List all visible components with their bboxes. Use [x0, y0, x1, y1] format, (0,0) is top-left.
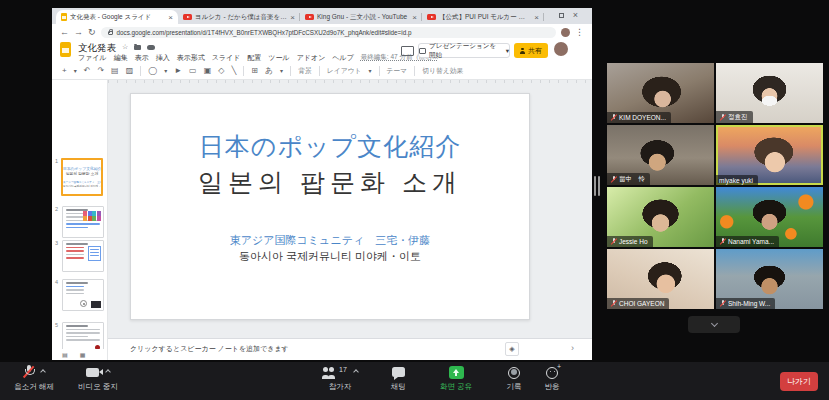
stop-video-button[interactable]: 비디오 중지 [66, 365, 130, 392]
layout-button[interactable]: レイアウト [327, 66, 362, 76]
tab-close-icon[interactable]: × [412, 13, 417, 22]
share-label: 共有 [528, 46, 542, 56]
back-icon[interactable]: ← [60, 27, 69, 37]
tab-title: ヨルシカ - だから僕は音楽を辞めた [195, 13, 287, 22]
explore-button[interactable]: ◈ [505, 342, 519, 356]
tab-close-icon[interactable]: × [534, 13, 539, 22]
slide-thumbnail-2[interactable] [62, 206, 104, 238]
tab-close-icon[interactable]: × [168, 13, 173, 22]
save-status-icon[interactable] [147, 45, 155, 50]
chevron-up-icon[interactable] [353, 369, 359, 375]
account-avatar[interactable] [554, 42, 568, 56]
grid-view-icon[interactable]: ▦ [80, 351, 86, 358]
browser-tab-kinggnu[interactable]: King Gnu - 三文小説 - YouTube × [300, 10, 422, 24]
camera-icon [86, 368, 99, 377]
reactions-button[interactable]: 반응 [530, 365, 574, 392]
speaker-notes-bar: クリックするとスピーカー ノートを追加できます ◈ › [108, 338, 592, 360]
reload-icon[interactable]: ↻ [88, 27, 96, 37]
browser-profile-avatar[interactable] [561, 28, 570, 37]
slide-thumbnail-4[interactable] [62, 279, 104, 311]
present-icon [419, 48, 426, 54]
layout-dropdown-icon[interactable]: ▾ [369, 67, 372, 74]
muted-mic-icon [719, 238, 726, 246]
participant-tile-nanami-yama[interactable]: Nanami Yama... [716, 187, 823, 247]
browser-tab-slides[interactable]: 文化発表 - Google スライド × [56, 10, 178, 24]
browser-tab-yorushika[interactable]: ヨルシカ - だから僕は音楽を辞めた × [178, 10, 300, 24]
speaker-notes-placeholder[interactable]: クリックするとスピーカー ノートを追加できます [130, 344, 289, 354]
textbox-icon[interactable]: ▭ [189, 66, 197, 75]
browser-address-bar: ← → ↻ docs.google.com/presentation/d/1T4… [52, 24, 592, 40]
participant-name-label: CHOI GAYEON [607, 298, 669, 309]
star-icon[interactable]: ☆ [122, 43, 128, 51]
participant-name-label: 畠中 怜 [607, 173, 650, 185]
undo-icon[interactable]: ↶ [84, 66, 91, 75]
leave-meeting-button[interactable]: 나가기 [780, 372, 818, 391]
insert-line-icon[interactable]: ╲ [231, 66, 236, 75]
participant-count: 17 [339, 366, 347, 373]
slides-toolbar: + ▾ ↶ ↷ ▤ ▨ ◯ ▾ ► ▭ ▣ ◇ ╲ ⊞ あ ▾ 背景 レイアウト… [52, 62, 592, 80]
slide-thumbnail-1[interactable]: 日本のポップ文化紹介 일본의 팝문화 소개 東アジア国際コミュニティ 三宅・伊藤… [61, 158, 103, 196]
participant-name-label: 정효진 [716, 111, 753, 123]
window-restore-icon[interactable] [559, 13, 564, 18]
insert-shape-icon[interactable]: ◇ [218, 66, 224, 75]
chat-icon [392, 367, 405, 377]
print-icon[interactable]: ▤ [111, 66, 119, 75]
unmute-button[interactable]: 음소거 해제 [6, 365, 62, 392]
select-cursor-icon[interactable]: ► [174, 66, 182, 75]
youtube-icon [305, 14, 314, 20]
participant-tile-jeong-hyojin[interactable]: 정효진 [716, 63, 823, 123]
muted-mic-icon [23, 365, 34, 379]
forward-icon[interactable]: → [74, 27, 83, 37]
url-field[interactable]: docs.google.com/presentation/d/1T4fHVX_B… [101, 27, 556, 38]
ime-dropdown-icon[interactable]: ▾ [280, 67, 283, 74]
participant-tile-choi-gayeon[interactable]: CHOI GAYEON [607, 249, 714, 309]
tab-close-icon[interactable]: × [290, 13, 295, 22]
expand-panel-icon[interactable]: › [571, 343, 574, 353]
present-dropdown-icon[interactable]: ▾ [506, 47, 509, 55]
filmstrip-view-icon[interactable]: ▤ [62, 351, 68, 358]
zoom-icon[interactable]: ◯ [148, 66, 157, 75]
slide-subtitle-korean: 동아시아 국제커뮤니티 미야케・이토 [131, 249, 529, 264]
zoom-dropdown-icon[interactable]: ▾ [164, 67, 167, 74]
participant-tile-hatakenaka-rei[interactable]: 畠中 怜 [607, 125, 714, 185]
window-close-icon[interactable]: × [573, 10, 578, 20]
paint-format-icon[interactable]: ▨ [126, 66, 134, 75]
collapse-gallery-button[interactable] [688, 316, 740, 333]
transition-button[interactable]: 切り替え効果 [422, 66, 463, 76]
share-screen-button[interactable]: 화면 공유 [428, 365, 484, 392]
slide-thumbnail-3[interactable] [62, 240, 104, 272]
chevron-up-icon[interactable] [40, 369, 46, 375]
insert-table-icon[interactable]: ⊞ [251, 66, 258, 75]
background-button[interactable]: 背景 [298, 66, 312, 76]
muted-mic-icon [610, 175, 617, 183]
participant-tile-shih-ming[interactable]: Shih-Ming W... [716, 249, 823, 309]
move-folder-icon[interactable] [134, 45, 141, 50]
theme-button[interactable]: テーマ [387, 66, 408, 76]
new-slide-icon[interactable]: + [62, 66, 67, 75]
insert-image-icon[interactable]: ▣ [204, 66, 212, 75]
slide-title-japanese: 日本のポップ文化紹介 [131, 130, 529, 163]
present-to-meeting-icon[interactable] [401, 46, 414, 56]
participant-tile-kim-doyeon[interactable]: KIM DOYEON... [607, 63, 714, 123]
participants-button[interactable]: 17 참가자 [308, 365, 372, 392]
youtube-icon [183, 14, 192, 20]
start-presentation-button[interactable]: プレゼンテーションを開始 ▾ [418, 43, 510, 58]
current-slide[interactable]: 日本のポップ文化紹介 일본의 팝문화 소개 東アジア国際コミュニティ 三宅・伊藤… [130, 93, 530, 320]
browser-tab-molcar[interactable]: 【公式】PUI PUI モルカー 第1話 × [422, 10, 544, 24]
tab-title: 【公式】PUI PUI モルカー 第1話 [439, 13, 531, 22]
share-button[interactable]: 共有 [514, 43, 548, 58]
redo-icon[interactable]: ↷ [97, 66, 104, 75]
panel-resize-handle[interactable] [594, 176, 600, 196]
browser-menu-icon[interactable]: ⋮ [575, 27, 584, 37]
participant-tile-miyake-yuki[interactable]: miyake yuki [716, 125, 823, 185]
tab-title: 文化発表 - Google スライド [70, 13, 165, 22]
participant-tile-jessie-ho[interactable]: Jessie Ho [607, 187, 714, 247]
new-slide-dropdown-icon[interactable]: ▾ [74, 67, 77, 74]
muted-mic-icon [610, 238, 617, 246]
ime-icon[interactable]: あ [265, 65, 273, 76]
window-controls: × [559, 9, 578, 21]
chevron-up-icon[interactable] [105, 369, 111, 375]
chat-button[interactable]: 채팅 [378, 365, 418, 392]
muted-mic-icon [719, 113, 726, 121]
record-button[interactable]: 기록 [494, 365, 534, 392]
